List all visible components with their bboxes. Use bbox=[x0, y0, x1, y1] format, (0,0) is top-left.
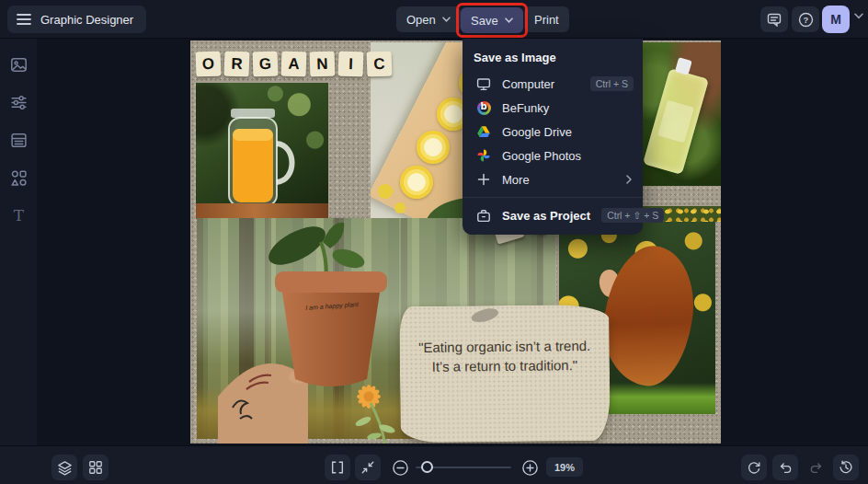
shortcut-badge: Ctrl + ⇧ + S bbox=[601, 208, 664, 223]
mason-jar-graphic bbox=[211, 101, 303, 213]
chevron-down-icon bbox=[505, 17, 513, 23]
chevron-right-icon bbox=[626, 175, 632, 184]
bottle bbox=[643, 68, 709, 175]
briefcase-icon bbox=[476, 208, 491, 223]
sidebar-item-edit[interactable] bbox=[8, 92, 29, 112]
collapse-arrows-icon bbox=[360, 460, 375, 475]
comment-icon bbox=[767, 13, 782, 27]
menu-item-google-photos[interactable]: Google Photos bbox=[463, 144, 643, 167]
topbar: Graphic Designer Open Save Print ? M bbox=[0, 0, 868, 39]
layers-button[interactable] bbox=[51, 455, 77, 480]
refresh-icon bbox=[747, 460, 761, 475]
scrabble-tile: C bbox=[367, 52, 393, 77]
fullscreen-brackets-icon bbox=[330, 460, 345, 475]
account-chevron-down-icon[interactable] bbox=[854, 13, 863, 19]
save-menu-dropdown: Save as Image Computer Ctrl + S b BeFunk… bbox=[463, 39, 643, 235]
google-photos-icon bbox=[476, 148, 491, 163]
plus-icon bbox=[476, 172, 491, 187]
scrabble-tile: I bbox=[338, 52, 364, 77]
scrabble-tile: R bbox=[224, 52, 250, 77]
scrabble-tile: O bbox=[196, 52, 222, 77]
save-button[interactable]: Save bbox=[461, 7, 523, 33]
account-avatar[interactable]: M bbox=[822, 6, 850, 33]
zoom-in-button[interactable] bbox=[517, 455, 542, 480]
layout-icon bbox=[10, 132, 28, 149]
menu-item-more[interactable]: More bbox=[463, 167, 643, 191]
svg-text:T: T bbox=[13, 207, 24, 225]
leaf bbox=[323, 223, 344, 248]
lemon-slice bbox=[400, 166, 433, 199]
app-window: Graphic Designer Open Save Print ? M bbox=[0, 0, 868, 484]
leaf bbox=[330, 246, 367, 271]
scrabble-tile: A bbox=[281, 52, 307, 77]
print-button[interactable]: Print bbox=[524, 6, 569, 32]
layer-quote-paper[interactable]: "Eating organic isn’t a trend. It’s a re… bbox=[399, 305, 611, 443]
sidebar-item-templates[interactable] bbox=[8, 130, 29, 150]
menu-item-label: More bbox=[502, 173, 615, 187]
save-button-highlight-annotation: Save bbox=[456, 3, 528, 38]
lemon-slice bbox=[417, 131, 450, 164]
computer-icon bbox=[476, 76, 491, 91]
grid-view-button[interactable] bbox=[83, 455, 108, 480]
plus-circle-icon bbox=[521, 459, 539, 477]
chevron-down-icon bbox=[442, 17, 451, 22]
fullscreen-button[interactable] bbox=[325, 455, 350, 480]
layer-organic-tiles[interactable]: O R G A N I C bbox=[196, 52, 392, 76]
scrabble-tile: N bbox=[310, 52, 336, 77]
zoom-level-badge: 19% bbox=[546, 457, 583, 477]
menu-item-befunky[interactable]: b BeFunky bbox=[463, 96, 643, 120]
sidebar-item-image-manager[interactable] bbox=[8, 54, 29, 75]
bottombar: 19% bbox=[0, 445, 868, 484]
undo-button[interactable] bbox=[772, 455, 798, 480]
quote-text: "Eating organic isn’t a trend. It’s a re… bbox=[413, 336, 597, 377]
flower-graphic[interactable] bbox=[348, 381, 402, 444]
save-menu-header: Save as Image bbox=[463, 44, 643, 72]
google-drive-icon bbox=[476, 124, 491, 139]
redo-button[interactable] bbox=[804, 455, 829, 480]
befunky-icon: b bbox=[476, 100, 491, 115]
fit-to-screen-button[interactable] bbox=[355, 455, 381, 480]
layer-oil-bottle-photo[interactable] bbox=[637, 42, 721, 186]
zoom-slider-track[interactable] bbox=[416, 467, 511, 468]
open-button-label: Open bbox=[406, 13, 436, 27]
avatar-initial: M bbox=[830, 12, 841, 27]
menu-item-computer[interactable]: Computer Ctrl + S bbox=[463, 72, 643, 96]
grid-icon bbox=[88, 460, 103, 475]
open-button[interactable]: Open bbox=[396, 6, 461, 32]
history-button[interactable] bbox=[833, 455, 859, 480]
image-icon bbox=[10, 56, 28, 74]
text-icon: T bbox=[10, 207, 28, 225]
sidebar-item-text[interactable]: T bbox=[8, 205, 29, 225]
menu-item-label: Google Photos bbox=[502, 149, 634, 163]
minus-circle-icon bbox=[392, 459, 409, 477]
menu-item-google-drive[interactable]: Google Drive bbox=[463, 120, 643, 144]
sidebar-item-graphics[interactable] bbox=[8, 167, 29, 188]
help-icon: ? bbox=[798, 12, 814, 28]
shapes-icon bbox=[10, 169, 28, 187]
undo-icon bbox=[778, 460, 793, 475]
app-title: Graphic Designer bbox=[40, 13, 133, 27]
stem bbox=[321, 242, 326, 275]
scrabble-tile: G bbox=[253, 52, 279, 77]
history-clock-icon bbox=[839, 460, 853, 475]
hair bbox=[596, 240, 702, 391]
layers-icon bbox=[57, 460, 73, 476]
feedback-button[interactable] bbox=[760, 6, 788, 32]
layer-orange-juice-photo[interactable] bbox=[196, 83, 328, 219]
menu-item-label: Save as Project bbox=[502, 209, 590, 223]
help-button[interactable]: ? bbox=[792, 6, 819, 32]
pot-rim bbox=[275, 271, 387, 293]
app-menu-chip[interactable]: Graphic Designer bbox=[7, 6, 146, 33]
ledge bbox=[196, 203, 328, 219]
menu-item-label: Google Drive bbox=[502, 125, 634, 139]
hamburger-menu-icon bbox=[17, 13, 31, 26]
zoom-slider-handle[interactable] bbox=[421, 461, 433, 473]
menu-separator bbox=[463, 197, 643, 198]
print-button-label: Print bbox=[534, 13, 559, 27]
svg-text:?: ? bbox=[803, 15, 808, 25]
menu-item-save-as-project[interactable]: Save as Project Ctrl + ⇧ + S bbox=[463, 203, 643, 227]
reset-button[interactable] bbox=[741, 455, 767, 480]
shortcut-badge: Ctrl + S bbox=[590, 76, 634, 91]
save-button-label: Save bbox=[471, 14, 498, 28]
zoom-out-button[interactable] bbox=[387, 455, 413, 480]
